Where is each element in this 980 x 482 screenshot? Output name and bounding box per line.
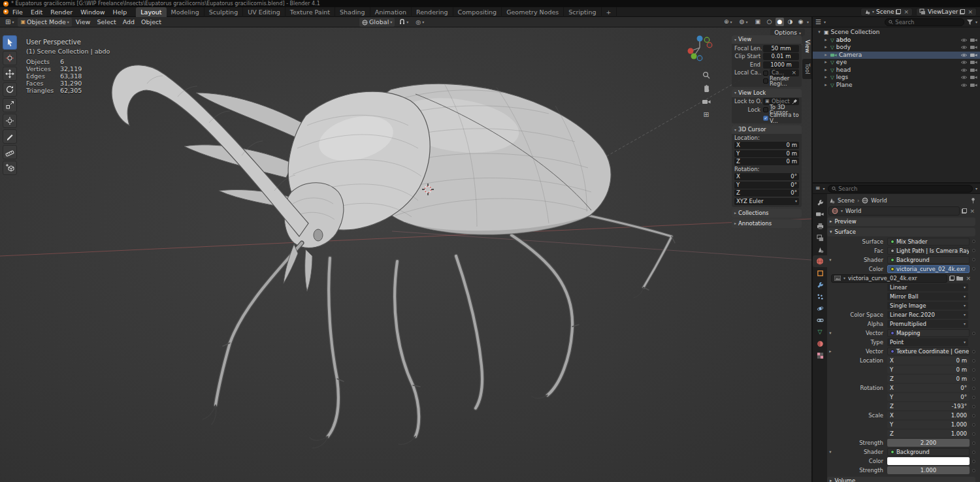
- workspace-tab-modeling[interactable]: Modeling: [167, 7, 204, 17]
- show-overlays-button[interactable]: ◍▾: [737, 18, 751, 27]
- expand-icon[interactable]: ▸: [823, 83, 828, 88]
- duplicate-datablock-icon[interactable]: [962, 208, 967, 214]
- camera-to-view-checkbox[interactable]: ✓: [763, 116, 768, 121]
- new-view-layer-icon[interactable]: [960, 9, 965, 14]
- menu-file[interactable]: File: [8, 7, 27, 17]
- shader2-button[interactable]: Background: [887, 448, 970, 456]
- decorator-dot[interactable]: [972, 460, 975, 463]
- add-workspace-button[interactable]: +: [602, 7, 617, 17]
- menu-edit[interactable]: Edit: [27, 7, 46, 17]
- outliner-item-scene-collection[interactable]: ▾ ▣ Scene Collection: [813, 29, 980, 37]
- tab-object-data[interactable]: ▽: [813, 326, 827, 338]
- disable-render-icon[interactable]: [970, 45, 977, 50]
- decorator-dot[interactable]: [972, 396, 975, 399]
- breadcrumb-scene[interactable]: Scene: [838, 198, 855, 204]
- hide-viewport-icon[interactable]: [960, 75, 968, 80]
- fac-input-button[interactable]: Light Path | Is Camera Ray: [887, 247, 970, 255]
- env-texture-button[interactable]: victoria_curve_02_4k.exr: [887, 265, 970, 273]
- shading-wireframe-button[interactable]: ○: [765, 18, 774, 26]
- expand-icon[interactable]: ▸: [827, 349, 834, 354]
- tab-physics[interactable]: [813, 302, 827, 314]
- decorator-dot[interactable]: [972, 267, 975, 270]
- shader1-button[interactable]: Background: [887, 256, 970, 264]
- rot-z-field[interactable]: Z-193°: [887, 402, 970, 410]
- panel-header-3d-cursor[interactable]: ▾3D Cursor: [732, 125, 802, 134]
- beetle-model[interactable]: [112, 65, 675, 448]
- cursor-rot-y-field[interactable]: Y0°: [734, 182, 799, 189]
- tool-scale[interactable]: [3, 98, 17, 112]
- outliner-search[interactable]: [885, 18, 964, 26]
- cursor-loc-z-field[interactable]: Z0 m: [734, 158, 799, 165]
- tool-move[interactable]: [3, 67, 17, 81]
- mapping-type-dropdown[interactable]: Point▾: [887, 338, 968, 346]
- decorator-dot[interactable]: [972, 414, 975, 417]
- hide-viewport-icon[interactable]: [960, 83, 968, 88]
- outliner-item-head[interactable]: ▸ ▽ head: [813, 67, 980, 74]
- expand-icon[interactable]: ▾: [817, 30, 822, 35]
- lock-3d-cursor-checkbox[interactable]: [763, 107, 768, 112]
- interpolation-dropdown[interactable]: Linear▾: [887, 283, 968, 291]
- workspace-tab-layout[interactable]: Layout: [136, 7, 166, 17]
- expand-icon[interactable]: ▸: [823, 75, 828, 80]
- decorator-dot[interactable]: [972, 258, 975, 261]
- toggle-xray-button[interactable]: ▣: [752, 18, 763, 27]
- loc-x-field[interactable]: X0 m: [887, 357, 970, 364]
- tool-transform[interactable]: [3, 114, 17, 128]
- expand-icon[interactable]: ▸: [823, 68, 828, 72]
- tool-cursor[interactable]: [3, 51, 17, 65]
- viewport-menu-select[interactable]: Select: [94, 18, 118, 27]
- panel-header-view[interactable]: ▾View: [732, 35, 802, 44]
- hide-viewport-icon[interactable]: [960, 60, 968, 65]
- ortho-toggle-control[interactable]: ⊞: [700, 108, 712, 120]
- pan-control[interactable]: [700, 82, 712, 94]
- clip-end-field[interactable]: 1000 m: [763, 61, 799, 69]
- decorator-dot[interactable]: [972, 350, 975, 353]
- cursor-loc-y-field[interactable]: Y0 m: [734, 150, 799, 157]
- scene-selector[interactable]: ▾ Scene ×: [860, 8, 913, 16]
- local-camera-checkbox[interactable]: [763, 71, 768, 76]
- surface-shader-button[interactable]: Mix Shader: [887, 238, 970, 246]
- outliner-item-eye[interactable]: ▸ ▽ eye: [813, 59, 980, 67]
- disable-render-icon[interactable]: [970, 38, 977, 42]
- tab-particles[interactable]: [813, 291, 827, 302]
- hide-viewport-icon[interactable]: [960, 38, 968, 42]
- decorator-dot[interactable]: [972, 405, 975, 408]
- cursor-loc-x-field[interactable]: X0 m: [734, 142, 799, 149]
- outliner-item-body[interactable]: ▸ ▽ body: [813, 44, 980, 52]
- tab-material[interactable]: [813, 338, 827, 349]
- viewport-menu-view[interactable]: View: [73, 18, 93, 27]
- collapse-icon[interactable]: ▾: [827, 450, 834, 455]
- scale-x-field[interactable]: X1.000: [887, 411, 970, 419]
- panel-header-view-lock[interactable]: ▾View Lock: [732, 89, 802, 97]
- menu-window[interactable]: Window: [76, 7, 108, 17]
- eyedropper-icon[interactable]: [792, 99, 797, 104]
- panel-header-surface[interactable]: ▾Surface: [827, 228, 975, 236]
- cursor-euler-dropdown[interactable]: XYZ Euler▾: [734, 198, 799, 205]
- filter-dropdown-icon[interactable]: ▾: [975, 187, 977, 191]
- blender-menu-icon[interactable]: [3, 9, 8, 14]
- colorspace-dropdown[interactable]: Linear Rec.2020▾: [887, 311, 968, 319]
- cursor-rot-x-field[interactable]: X0°: [734, 173, 799, 180]
- properties-search[interactable]: [828, 185, 973, 193]
- editor-type-button[interactable]: ⊞▾: [3, 18, 16, 27]
- new-scene-icon[interactable]: [896, 9, 901, 14]
- outliner-item-camera[interactable]: ▸ Camera: [813, 52, 980, 59]
- decorator-dot[interactable]: [972, 387, 975, 390]
- filter-icon[interactable]: [967, 20, 973, 25]
- tab-view[interactable]: View: [802, 35, 811, 57]
- decorator-dot[interactable]: [972, 451, 975, 454]
- viewport-menu-object[interactable]: Object: [139, 18, 164, 27]
- hide-viewport-icon[interactable]: [960, 45, 968, 50]
- strength1-slider[interactable]: 2.200: [887, 439, 970, 447]
- editor-type-icon[interactable]: ≡: [815, 185, 821, 191]
- editor-type-icon[interactable]: ☰: [815, 19, 821, 25]
- show-gizmo-button[interactable]: ⊕▾: [721, 18, 735, 27]
- collapse-icon[interactable]: ▾: [827, 258, 834, 263]
- tab-render[interactable]: [813, 208, 827, 220]
- pin-icon[interactable]: [971, 197, 975, 204]
- world-datablock-selector[interactable]: ▾ World: [828, 206, 960, 216]
- alpha-dropdown[interactable]: Premultiplied▾: [887, 320, 968, 328]
- menu-help[interactable]: Help: [109, 7, 131, 17]
- tab-output[interactable]: [813, 220, 827, 232]
- collapse-icon[interactable]: ▾: [827, 331, 834, 336]
